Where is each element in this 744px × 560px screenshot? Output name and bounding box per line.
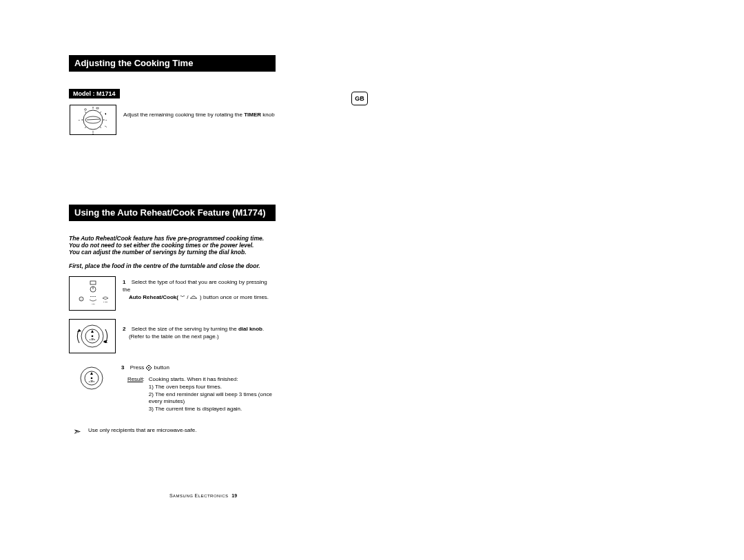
diamond-icon xyxy=(145,364,152,371)
svg-point-35 xyxy=(91,377,93,380)
step-number-2: 2 xyxy=(123,326,125,332)
result-line-3: 3) The current time is displayed again. xyxy=(149,406,242,412)
manual-page: Adjusting the Cooking Time Model : M1714 xyxy=(0,0,338,473)
step-row-3: + 30 s 3 Press button Result: Cooking st… xyxy=(69,362,276,413)
timer-dial-illustration: 0 10 20 30 xyxy=(70,105,116,135)
svg-point-27 xyxy=(92,335,94,338)
svg-point-38 xyxy=(148,367,149,369)
svg-line-5 xyxy=(100,112,101,113)
svg-line-6 xyxy=(85,112,86,113)
intro-line-1: The Auto Reheat/Cook feature has five pr… xyxy=(69,235,276,242)
svg-text:20: 20 xyxy=(92,133,94,134)
svg-text:Auto: Auto xyxy=(91,303,95,305)
step-3-text: 3 Press button Result: Cooking starts. W… xyxy=(121,362,276,413)
intro-paragraph-2: First, place the food in the centre of t… xyxy=(69,262,276,269)
svg-point-15 xyxy=(85,109,87,111)
step-row-1: I Auto 1-35b 1 Select the type of food t… xyxy=(69,276,276,311)
svg-line-7 xyxy=(100,127,101,128)
instruction-row-timer: 0 10 20 30 Adjust the remaining cooking … xyxy=(69,104,276,136)
dial-knob-illustration-plain: + 30 s xyxy=(69,362,114,395)
dial-knob-illustration-arrows: + 30 s xyxy=(69,319,116,353)
svg-text:+ 30 s: + 30 s xyxy=(90,338,96,341)
svg-text:10: 10 xyxy=(105,119,107,121)
page-number: 19 xyxy=(231,493,237,498)
svg-rect-17 xyxy=(90,281,96,284)
result-line-2: 2) The end reminder signal will beep 3 t… xyxy=(149,391,272,405)
page-footer: SAMSUNG ELECTRONICS 19 xyxy=(69,493,338,498)
language-badge: GB xyxy=(351,92,368,105)
dish-icon xyxy=(190,295,197,300)
pointer-arrow-icon: ➣ xyxy=(73,426,81,437)
section-title-adjusting: Adjusting the Cooking Time xyxy=(69,55,276,72)
step-number-1: 1 xyxy=(123,279,125,285)
step-1-text: 1 Select the type of food that you are c… xyxy=(123,276,276,301)
adjust-text-part1: Adjust the remaining cooking time by rot… xyxy=(123,112,244,118)
step-1-pre: Select the type of food that you are coo… xyxy=(123,279,267,293)
svg-text:I: I xyxy=(81,298,82,301)
step-2-pre: Select the size of the serving by turnin… xyxy=(132,326,238,332)
section-title-auto-reheat: Using the Auto Reheat/Cook Feature (M177… xyxy=(69,205,276,221)
step-1-post: ) button once or more times. xyxy=(200,294,269,300)
timer-word: TIMER xyxy=(244,112,261,118)
svg-rect-16 xyxy=(96,107,99,109)
step-3-post: button xyxy=(154,364,169,371)
step-2-text: 2 Select the size of the serving by turn… xyxy=(123,319,264,341)
svg-marker-29 xyxy=(77,329,81,332)
step-2-post: (Refer to the table on the next page.) xyxy=(129,333,219,340)
svg-text:0: 0 xyxy=(92,106,94,107)
footer-lectronics: LECTRONICS xyxy=(198,494,229,498)
svg-text:1-35b: 1-35b xyxy=(103,301,108,303)
step-number-3: 3 xyxy=(121,364,124,371)
tip-row: ➣ Use only recipients that are microwave… xyxy=(73,427,276,438)
model-badge: Model : M1714 xyxy=(69,89,120,98)
step-row-2: + 30 s 2 Select the size of the serving … xyxy=(69,319,276,353)
svg-marker-26 xyxy=(91,330,94,333)
intro-paragraph: The Auto Reheat/Cook feature has five pr… xyxy=(69,235,276,256)
svg-marker-34 xyxy=(90,372,93,375)
control-panel-illustration: I Auto 1-35b xyxy=(69,276,116,311)
result-intro: Cooking starts. When it has finished: xyxy=(149,376,238,382)
step-3-pre: Press xyxy=(130,364,146,371)
instruction-text: Adjust the remaining cooking time by rot… xyxy=(123,105,275,119)
step-1-bold: Auto Reheat/Cook( xyxy=(129,294,178,300)
result-line-1: 1) The oven beeps four times. xyxy=(149,384,222,390)
svg-text:+ 30 s: + 30 s xyxy=(89,380,95,383)
intro-line-3: You can adjust the number of servings by… xyxy=(69,249,276,256)
svg-text:30: 30 xyxy=(79,119,81,121)
wave-icon xyxy=(180,295,187,300)
adjust-text-part2: knob xyxy=(261,112,275,118)
intro-line-2: You do not need to set either the cookin… xyxy=(69,242,276,249)
tip-text: Use only recipients that are microwave-s… xyxy=(88,427,196,433)
footer-amsung: AMSUNG xyxy=(173,494,195,498)
step-2-bold: dial knob xyxy=(238,326,262,332)
svg-line-8 xyxy=(85,127,86,128)
result-label: Result xyxy=(127,376,143,382)
